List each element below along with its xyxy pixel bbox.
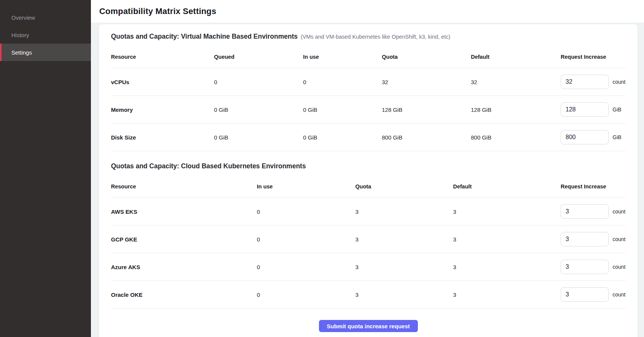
header-cell-queued: Queued [214, 44, 303, 68]
azure-aks-resource-label: Azure AKS [111, 264, 257, 270]
vcpus-unit-label: count [613, 79, 625, 85]
azure-aks-default-value: 3 [453, 264, 561, 270]
sidebar-item-overview[interactable]: Overview [0, 9, 91, 26]
gcp-gke-resource-label: GCP GKE [111, 236, 257, 243]
vcpus-quota-value: 32 [382, 79, 471, 85]
vm-table-header: Resource Queued In use Quota Default Req… [111, 44, 625, 68]
disk-size-queued-value: 0 GiB [214, 134, 303, 141]
header-cell-in-use: In use [303, 44, 382, 68]
aws-eks-quota-value: 3 [355, 208, 453, 215]
vcpus-queued-value: 0 [214, 79, 303, 85]
oracle-oke-default-value: 3 [453, 292, 561, 298]
header-cell-quota: Quota [355, 174, 453, 197]
header-cell-resource: Resource [111, 44, 214, 68]
header-cell-default: Default [471, 44, 561, 68]
disk-size-resource-label: Disk Size [111, 134, 214, 141]
sidebar-item-history[interactable]: History [0, 26, 91, 44]
cloud-table-header: Resource In use Quota Default Request In… [111, 174, 625, 198]
sidebar-item-label: Settings [11, 49, 32, 56]
submit-quota-increase-button[interactable]: Submit quota increase request [319, 320, 418, 332]
table-row-aws-eks: AWS EKS 0 3 3 count [111, 198, 625, 226]
oracle-oke-quota-value: 3 [355, 292, 453, 298]
vm-section-title: Quotas and Capacity: Virtual Machine Bas… [111, 32, 298, 41]
aws-eks-default-value: 3 [453, 208, 561, 215]
gcp-gke-unit-label: count [613, 236, 625, 242]
sidebar-item-label: History [11, 32, 29, 38]
table-row-oracle-oke: Oracle OKE 0 3 3 count [111, 281, 625, 309]
gcp-gke-in-use-value: 0 [257, 236, 355, 243]
disk-size-quota-value: 800 GiB [382, 134, 471, 141]
gcp-gke-request-input[interactable] [561, 232, 609, 246]
header-cell-in-use: In use [257, 174, 355, 197]
memory-unit-label: GiB [613, 107, 621, 113]
header-cell-quota: Quota [382, 44, 471, 68]
sidebar-item-settings[interactable]: Settings [0, 44, 91, 61]
quota-settings-card: Quotas and Capacity: Virtual Machine Bas… [98, 24, 638, 337]
aws-eks-unit-label: count [613, 208, 625, 215]
gcp-gke-default-value: 3 [453, 236, 561, 243]
header-cell-request-increase: Request Increase [561, 44, 625, 68]
memory-resource-label: Memory [111, 107, 214, 113]
memory-quota-value: 128 GiB [382, 107, 471, 113]
aws-eks-resource-label: AWS EKS [111, 208, 257, 215]
page-title: Compatibility Matrix Settings [99, 6, 216, 16]
sidebar-item-label: Overview [11, 14, 35, 21]
header-cell-request-increase: Request Increase [561, 174, 625, 197]
table-row-vcpus: vCPUs 0 0 32 32 count [111, 68, 625, 96]
vm-section-header: Quotas and Capacity: Virtual Machine Bas… [111, 32, 625, 41]
gcp-gke-quota-value: 3 [355, 236, 453, 243]
submit-button-row: Submit quota increase request [111, 320, 625, 332]
vm-section-subtitle: (VMs and VM-based Kubernetes like OpenSh… [301, 34, 450, 40]
memory-queued-value: 0 GiB [214, 107, 303, 113]
azure-aks-unit-label: count [613, 264, 625, 270]
table-row-disk-size: Disk Size 0 GiB 0 GiB 800 GiB 800 GiB Gi… [111, 124, 625, 151]
aws-eks-in-use-value: 0 [257, 208, 355, 215]
oracle-oke-resource-label: Oracle OKE [111, 292, 257, 298]
top-bar: Compatibility Matrix Settings [91, 0, 644, 23]
disk-size-default-value: 800 GiB [471, 134, 561, 141]
oracle-oke-unit-label: count [613, 292, 625, 298]
table-row-memory: Memory 0 GiB 0 GiB 128 GiB 128 GiB GiB [111, 96, 625, 124]
memory-in-use-value: 0 GiB [303, 107, 382, 113]
vcpus-request-input[interactable] [561, 75, 609, 89]
content-area: Quotas and Capacity: Virtual Machine Bas… [91, 23, 644, 337]
table-row-gcp-gke: GCP GKE 0 3 3 count [111, 226, 625, 253]
disk-size-unit-label: GiB [613, 134, 621, 140]
memory-default-value: 128 GiB [471, 107, 561, 113]
oracle-oke-in-use-value: 0 [257, 292, 355, 298]
disk-size-in-use-value: 0 GiB [303, 134, 382, 141]
sidebar: Overview History Settings [0, 0, 91, 337]
azure-aks-request-input[interactable] [561, 260, 609, 274]
header-cell-default: Default [453, 174, 561, 197]
header-cell-resource: Resource [111, 174, 257, 197]
memory-request-input[interactable] [561, 102, 609, 117]
vcpus-default-value: 32 [471, 79, 561, 85]
active-accent-bar [0, 44, 2, 61]
table-row-azure-aks: Azure AKS 0 3 3 count [111, 253, 625, 281]
disk-size-request-input[interactable] [561, 130, 609, 144]
azure-aks-quota-value: 3 [355, 264, 453, 270]
aws-eks-request-input[interactable] [561, 204, 609, 219]
oracle-oke-request-input[interactable] [561, 287, 609, 302]
cloud-section-header: Quotas and Capacity: Cloud Based Kuberne… [111, 161, 625, 171]
vcpus-resource-label: vCPUs [111, 79, 214, 85]
cloud-section-title: Quotas and Capacity: Cloud Based Kuberne… [111, 161, 306, 171]
azure-aks-in-use-value: 0 [257, 264, 355, 270]
main-area: Compatibility Matrix Settings Quotas and… [91, 0, 644, 337]
vcpus-in-use-value: 0 [303, 79, 382, 85]
